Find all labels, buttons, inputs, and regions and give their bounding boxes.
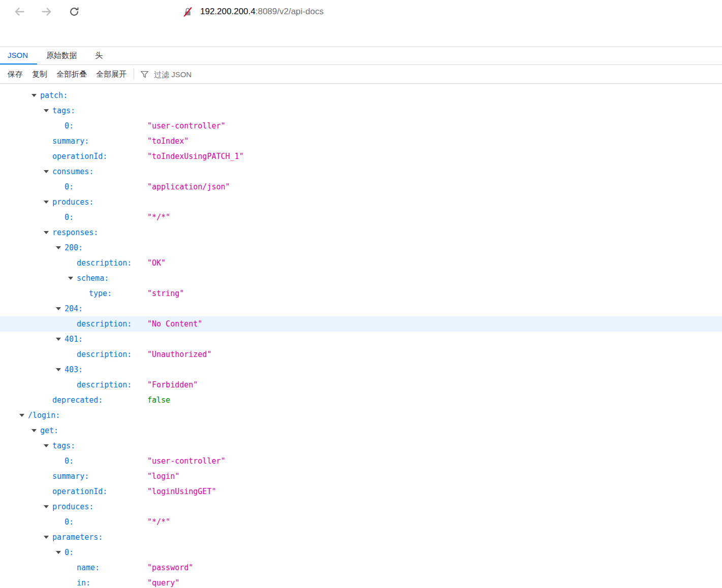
expand-collapse-arrow-icon[interactable]	[56, 551, 61, 554]
json-key: get:	[40, 423, 58, 438]
json-value: "application/json"	[147, 179, 230, 194]
json-tree-row[interactable]: tags:	[0, 438, 722, 453]
json-tree-row[interactable]: in: "query"	[0, 575, 722, 588]
json-tree-row[interactable]: 204:	[0, 301, 722, 316]
expand-collapse-arrow-icon[interactable]	[44, 444, 49, 447]
json-tree-row[interactable]: summary: "login"	[0, 469, 722, 484]
json-key: summary:	[52, 469, 89, 484]
json-tree-row[interactable]: patch:	[0, 88, 722, 103]
json-tree-row[interactable]: summary: "toIndex"	[0, 134, 722, 149]
json-key: patch:	[40, 88, 68, 103]
json-value: "user-controller"	[147, 118, 226, 134]
copy-button[interactable]: 复制	[32, 69, 47, 80]
json-key: 0:	[65, 453, 74, 469]
expand-collapse-arrow-icon[interactable]	[68, 277, 73, 280]
json-tree-row[interactable]: 0:	[0, 545, 722, 560]
filter-funnel-icon	[140, 70, 149, 79]
insecure-lock-icon[interactable]	[182, 6, 193, 18]
expand-collapse-arrow-icon[interactable]	[56, 368, 61, 371]
json-tree-row[interactable]: produces:	[0, 194, 722, 210]
json-tree-row[interactable]: 0: "user-controller"	[0, 453, 722, 469]
expand-collapse-arrow-icon[interactable]	[32, 429, 37, 432]
json-tree-row[interactable]: description: "No Content"	[0, 316, 722, 332]
json-toolbar: 保存 复制 全部折叠 全部展开	[0, 65, 722, 84]
json-key: /login:	[28, 408, 60, 423]
expand-collapse-arrow-icon[interactable]	[32, 94, 37, 97]
json-key: tags:	[52, 438, 75, 453]
expand-collapse-arrow-icon[interactable]	[44, 170, 49, 173]
json-tree-row[interactable]: 200:	[0, 240, 722, 255]
json-key: operationId:	[52, 149, 107, 164]
json-key: name:	[77, 560, 100, 575]
json-tree-row[interactable]: consumes:	[0, 164, 722, 179]
json-key: 204:	[65, 301, 83, 316]
json-key: description:	[77, 347, 132, 362]
json-key: 0:	[65, 118, 74, 134]
expand-collapse-arrow-icon[interactable]	[44, 505, 49, 508]
json-key: produces:	[52, 194, 93, 210]
json-tree-row[interactable]: operationId: "loginUsingGET"	[0, 484, 722, 499]
json-value: "*/*"	[147, 514, 170, 530]
reload-button[interactable]	[68, 5, 81, 18]
json-key: description:	[77, 255, 132, 271]
expand-all-button[interactable]: 全部展开	[96, 69, 127, 80]
json-key: parameters:	[52, 530, 103, 545]
json-tree-row[interactable]: get:	[0, 423, 722, 438]
save-button[interactable]: 保存	[8, 69, 23, 80]
json-key: 0:	[65, 514, 74, 530]
json-value: "user-controller"	[147, 453, 226, 469]
expand-collapse-arrow-icon[interactable]	[44, 536, 49, 539]
json-tree-row[interactable]: description: "OK"	[0, 255, 722, 271]
json-key: responses:	[52, 225, 98, 240]
tab-headers[interactable]: 头	[86, 47, 112, 64]
expand-collapse-arrow-icon[interactable]	[56, 338, 61, 341]
json-tree-row[interactable]: produces:	[0, 499, 722, 514]
json-tree-row[interactable]: type: "string"	[0, 286, 722, 301]
json-tree-row[interactable]: 403:	[0, 362, 722, 377]
json-tree-row[interactable]: 0: "*/*"	[0, 210, 722, 225]
json-key: produces:	[52, 499, 93, 514]
json-value: "Forbidden"	[147, 377, 198, 393]
json-tree: patch: tags: 0: "user-controller" summar…	[0, 84, 722, 588]
json-tree-row[interactable]: responses:	[0, 225, 722, 240]
expand-collapse-arrow-icon[interactable]	[19, 414, 24, 417]
json-key: summary:	[52, 134, 89, 149]
json-key: operationId:	[52, 484, 107, 499]
json-value: "No Content"	[147, 316, 202, 332]
back-arrow-icon	[13, 6, 25, 18]
json-tree-row[interactable]: deprecated: false	[0, 393, 722, 408]
json-value: "Unauthorized"	[147, 347, 211, 362]
json-tree-row[interactable]: description: "Forbidden"	[0, 377, 722, 393]
filter-json-input[interactable]	[153, 70, 270, 79]
json-tree-row[interactable]: 0: "user-controller"	[0, 118, 722, 134]
url-host: 192.200.200.4	[200, 7, 256, 16]
json-tree-row[interactable]: parameters:	[0, 530, 722, 545]
forward-button[interactable]	[40, 5, 53, 18]
tab-json[interactable]: JSON	[0, 47, 37, 64]
expand-collapse-arrow-icon[interactable]	[44, 109, 49, 112]
json-tree-row[interactable]: description: "Unauthorized"	[0, 347, 722, 362]
json-value: "password"	[147, 560, 193, 575]
expand-collapse-arrow-icon[interactable]	[56, 307, 61, 310]
json-key: 0:	[65, 210, 74, 225]
json-value: "login"	[147, 469, 179, 484]
json-tree-row[interactable]: 0: "application/json"	[0, 179, 722, 194]
collapse-all-button[interactable]: 全部折叠	[56, 69, 87, 80]
expand-collapse-arrow-icon[interactable]	[44, 201, 49, 204]
json-tree-row[interactable]: tags:	[0, 103, 722, 118]
tab-raw-data[interactable]: 原始数据	[37, 47, 86, 64]
json-tree-row[interactable]: name: "password"	[0, 560, 722, 575]
json-tree-row[interactable]: operationId: "toIndexUsingPATCH_1"	[0, 149, 722, 164]
json-tree-row[interactable]: schema:	[0, 271, 722, 286]
json-key: 200:	[65, 240, 83, 255]
json-tree-row[interactable]: 0: "*/*"	[0, 514, 722, 530]
expand-collapse-arrow-icon[interactable]	[56, 246, 61, 249]
json-value: "*/*"	[147, 210, 170, 225]
back-button[interactable]	[13, 5, 26, 18]
navigation-row: 192.200.200.4:8089/v2/api-docs	[0, 0, 722, 23]
json-key: description:	[77, 316, 132, 332]
expand-collapse-arrow-icon[interactable]	[44, 231, 49, 234]
json-tree-row[interactable]: /login:	[0, 408, 722, 423]
json-tree-row[interactable]: 401:	[0, 332, 722, 347]
url-bar[interactable]: 192.200.200.4:8089/v2/api-docs	[200, 7, 324, 17]
